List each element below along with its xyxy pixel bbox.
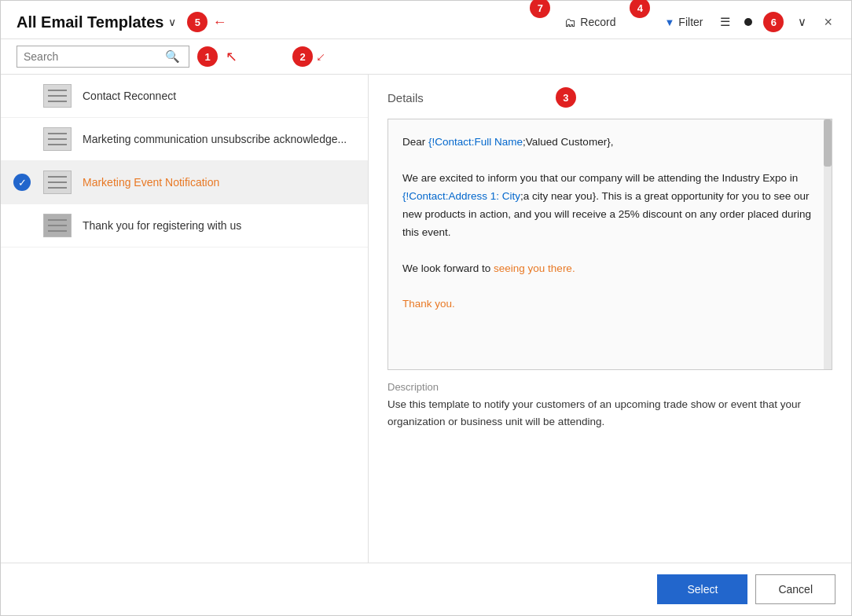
item-check-3: ✓	[13, 174, 32, 191]
item-icon-1	[43, 84, 72, 108]
select-button[interactable]: Select	[657, 574, 747, 604]
annotation-5-arrow: ←	[212, 14, 226, 31]
close-button[interactable]: ×	[821, 14, 835, 31]
chevron-down-icon	[798, 15, 806, 29]
filter-label: Filter	[678, 16, 703, 28]
filter-icon	[664, 16, 674, 28]
email-paragraph2: We look forward to seeing you there.	[402, 260, 817, 278]
list-panel: Contact Reconnect Marketing communicatio…	[1, 75, 369, 563]
search-bar-row: 🔍 1 ↖ 2 ↓	[1, 39, 851, 75]
email-field-city: {!Contact:Address 1: City	[402, 190, 520, 202]
search-input-wrap: 🔍	[17, 46, 189, 68]
record-label: Record	[580, 16, 615, 28]
toolbar-right: 7 Record 4 Filter 6 ×	[530, 12, 835, 32]
main-content: Contact Reconnect Marketing communicatio…	[1, 75, 851, 563]
title-dropdown-chevron[interactable]: ∨	[168, 16, 176, 28]
menu-button[interactable]	[717, 13, 733, 31]
annotation-1: 1	[197, 46, 218, 67]
item-label-3: Marketing Event Notification	[83, 176, 355, 189]
expand-button[interactable]	[795, 13, 810, 31]
item-label-1: Contact Reconnect	[83, 90, 355, 102]
email-preview: Dear {!Contact:Full Name;Valued Customer…	[387, 119, 832, 370]
annotation-5: 5	[187, 12, 207, 32]
dialog-footer: Select Cancel	[1, 563, 851, 615]
record-button[interactable]: Record	[561, 14, 619, 31]
list-item[interactable]: Contact Reconnect	[1, 75, 368, 118]
email-field-name: {!Contact:Full Name	[428, 136, 523, 148]
item-icon-4	[43, 214, 72, 237]
email-templates-dialog: All Email Templates ∨ 5 ← 7 Record 4 Fil…	[0, 0, 852, 616]
item-label-2: Marketing communication unsubscribe ackn…	[83, 133, 355, 145]
email-valued: ;Valued Customer},	[523, 136, 613, 148]
annotation-2-arrow: ↓	[313, 48, 329, 64]
check-circle: ✓	[13, 174, 31, 191]
item-label-4: Thank you for registering with us	[83, 219, 355, 232]
item-icon-3	[43, 170, 72, 194]
list-item[interactable]: Thank you for registering with us	[1, 204, 368, 248]
email-paragraph1: We are excited to inform you that our co…	[402, 170, 817, 242]
title-area: All Email Templates ∨ 5 ←	[17, 12, 226, 32]
email-highlight: seeing you there.	[494, 262, 575, 274]
search-input[interactable]	[17, 46, 159, 67]
search-icon: 🔍	[165, 50, 180, 63]
annotation-3: 3	[556, 87, 576, 108]
menu-icon	[720, 15, 730, 29]
list-item[interactable]: Marketing communication unsubscribe ackn…	[1, 118, 368, 161]
email-greeting: Dear	[402, 136, 428, 148]
annotation-7: 7	[530, 0, 550, 18]
annotation-4: 4	[630, 0, 650, 18]
dialog-title: All Email Templates	[17, 13, 163, 31]
annotation-6: 6	[763, 12, 784, 32]
dialog-header: All Email Templates ∨ 5 ← 7 Record 4 Fil…	[1, 1, 851, 39]
cancel-button[interactable]: Cancel	[755, 574, 835, 604]
details-title: Details	[387, 91, 424, 104]
scrollbar-track[interactable]	[824, 119, 832, 369]
details-panel: Details 3 Dear {!Contact:Full Name;Value…	[369, 75, 851, 563]
description-section: Description Use this template to notify …	[387, 381, 832, 430]
annotation-1-arrow: ↖	[226, 48, 237, 65]
search-button[interactable]: 🔍	[159, 46, 186, 67]
description-text: Use this template to notify your custome…	[387, 396, 832, 430]
list-item-selected[interactable]: ✓ Marketing Event Notification	[1, 161, 368, 204]
dot-indicator	[744, 18, 752, 26]
description-label: Description	[387, 381, 832, 393]
email-closing: Thank you.	[402, 295, 817, 314]
annotation-2: 2	[292, 46, 313, 67]
record-icon	[564, 16, 576, 29]
scrollbar-thumb[interactable]	[824, 119, 832, 167]
filter-button[interactable]: Filter	[661, 14, 706, 30]
item-icon-2	[43, 127, 72, 151]
